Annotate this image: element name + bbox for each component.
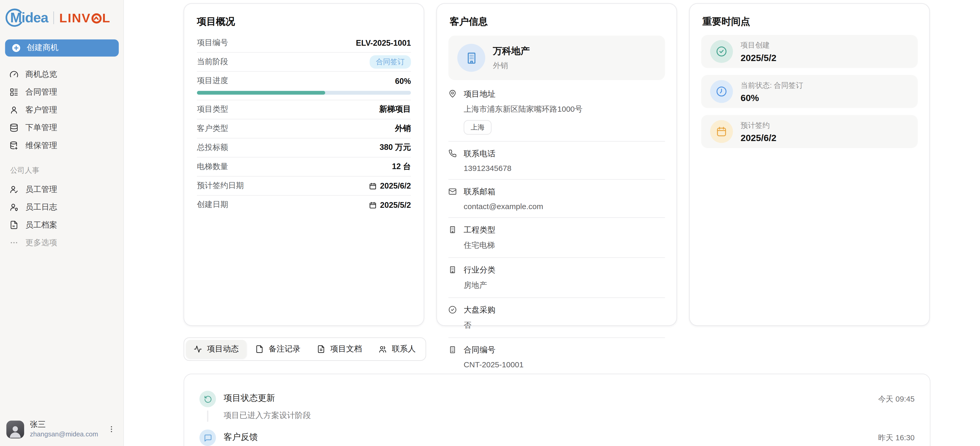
check-circle-icon [710,40,733,63]
create-opportunity-button[interactable]: 创建商机 [5,40,119,57]
user-shield-icon [10,202,18,212]
tab-notes[interactable]: 备注记录 [248,340,308,358]
sidebar-item-order-management[interactable]: 下单管理 [5,119,118,136]
sidebar-item-employee-logs[interactable]: 员工日志 [5,198,118,216]
app: Midea LINV L 创建商机 商机总览 合同管理 [0,0,980,446]
building-icon [449,225,457,251]
building-icon [457,44,485,72]
midea-logo: Midea [6,7,48,29]
tab-project-documents[interactable]: 项目文档 [309,340,369,358]
calendar-icon [369,201,377,209]
progress-fill [197,91,325,95]
activity-feed: 项目状态更新 项目已进入方案设计阶段 今天 09:45 客户反馈 客户对初步方案… [184,374,931,446]
phone-icon [449,149,457,173]
database-plus-icon [10,141,18,150]
row-project-number: 项目编号 ELV-2025-1001 [197,34,411,53]
map-pin-icon [449,89,457,135]
row-project-progress: 项目进度 60% [197,72,411,100]
sidebar-item-employee-management[interactable]: 员工管理 [5,180,118,198]
field-industry: 行业分类 房地产 [449,258,665,298]
city-tag: 上海 [464,120,492,135]
feed-item-customer-feedback: 客户反馈 客户对初步方案表示满意，要求增加两台观光电梯 昨天 16:30 [199,429,915,446]
activity-icon [194,345,202,353]
svg-text:w: w [12,225,15,228]
field-project-category: 工程类型 住宅电梯 [449,218,665,258]
row-elevator-count: 电梯数量 12 台 [197,158,411,177]
layout-list-icon [10,88,18,97]
plus-circle-icon [11,43,21,53]
customer-info-card: 客户信息 万科地产 外销 项目地址 上海市浦东新区陆家 [436,3,677,326]
milestone-expected-signing: 预计签约 2025/6/2 [701,115,918,148]
main-content: 项目概况 项目编号 ELV-2025-1001 当前阶段 合同签订 项目进度 6… [124,0,980,446]
sidebar-item-contract-management[interactable]: 合同管理 [5,83,118,101]
file-icon [255,345,264,353]
message-icon [199,429,216,446]
progress-bar [197,91,411,95]
user-email: zhangsan@midea.com [30,430,98,438]
row-created-date: 创建日期 2025/5/2 [197,196,411,214]
row-bid-total: 总投标额 380 万元 [197,139,411,158]
feed-timestamp: 昨天 16:30 [878,429,915,446]
gauge-icon [10,70,18,79]
refresh-icon [199,391,216,407]
sidebar-item-opportunity-overview[interactable]: 商机总览 [5,65,118,83]
field-contact-phone: 联系电话 13912345678 [449,142,665,180]
calendar-icon [369,182,377,190]
user-icon [10,105,18,114]
feed-timestamp: 今天 09:45 [878,391,915,422]
company-type: 外销 [493,60,530,71]
user-profile[interactable]: 张三 zhangsan@midea.com [5,419,118,438]
users-icon [379,345,387,353]
detail-tabs: 项目动态 备注记录 项目文档 联系人 [184,338,426,361]
sidebar-item-employee-files[interactable]: w 员工档案 [5,216,118,234]
file-text-icon [317,345,325,353]
database-icon [10,123,18,132]
sidebar-item-customer-management[interactable]: 客户管理 [5,101,118,119]
card-title: 客户信息 [437,4,676,28]
tab-project-activity[interactable]: 项目动态 [186,340,247,358]
mail-icon [449,188,457,211]
linvol-o-icon [91,13,102,23]
row-expected-sign-date: 预计签约日期 2025/6/2 [197,177,411,196]
user-name: 张三 [30,420,98,430]
clock-icon [710,80,733,103]
card-title: 重要时间点 [690,4,929,28]
field-contract-number: 合同编号 CNT-2025-10001 [449,338,665,375]
tab-contacts[interactable]: 联系人 [371,340,423,358]
field-contact-email: 联系邮箱 contact@example.com [449,180,665,218]
company-name: 万科地产 [493,45,530,57]
row-project-type: 项目类型 新梯项目 [197,100,411,119]
timeline-card: 重要时间点 项目创建 2025/5/2 当前状态: 合同签订 60% [689,3,930,326]
check-circle-icon [449,306,457,331]
timeline-connector [207,410,208,422]
building-icon [449,346,457,369]
field-project-address: 项目地址 上海市浦东新区陆家嘴环路1000号 上海 [449,82,665,142]
feed-item-status-update: 项目状态更新 项目已进入方案设计阶段 今天 09:45 [199,391,915,422]
logo-divider [53,11,54,24]
card-title: 项目概况 [184,4,423,28]
company-header: 万科地产 外销 [449,36,665,80]
milestone-current-status: 当前状态: 合同签订 60% [701,75,918,108]
project-overview-card: 项目概况 项目编号 ELV-2025-1001 当前阶段 合同签订 项目进度 6… [184,3,424,326]
sidebar: Midea LINV L 创建商机 商机总览 合同管理 [0,0,124,446]
calendar-icon [710,120,733,143]
midea-wordmark: Midea [10,10,48,26]
sidebar-item-maintenance-management[interactable]: 维保管理 [5,137,118,154]
file-doc-icon: w [10,221,18,229]
milestone-project-created: 项目创建 2025/5/2 [701,35,918,68]
ellipsis-icon [10,238,18,247]
row-current-stage: 当前阶段 合同签订 [197,53,411,72]
sidebar-item-more-options[interactable]: 更多选项 [5,234,118,252]
linvol-logo: LINV L [59,10,111,25]
building-icon [449,266,457,291]
user-check-icon [10,185,18,194]
field-bulk-purchase: 大盘采购 否 [449,298,665,338]
kebab-menu-icon[interactable] [106,424,117,435]
sidebar-section-hr: 公司人事 [10,166,118,175]
brand-logo: Midea LINV L [6,6,118,29]
stage-badge: 合同签订 [369,55,411,68]
row-customer-type: 客户类型 外销 [197,119,411,139]
avatar [6,420,24,438]
